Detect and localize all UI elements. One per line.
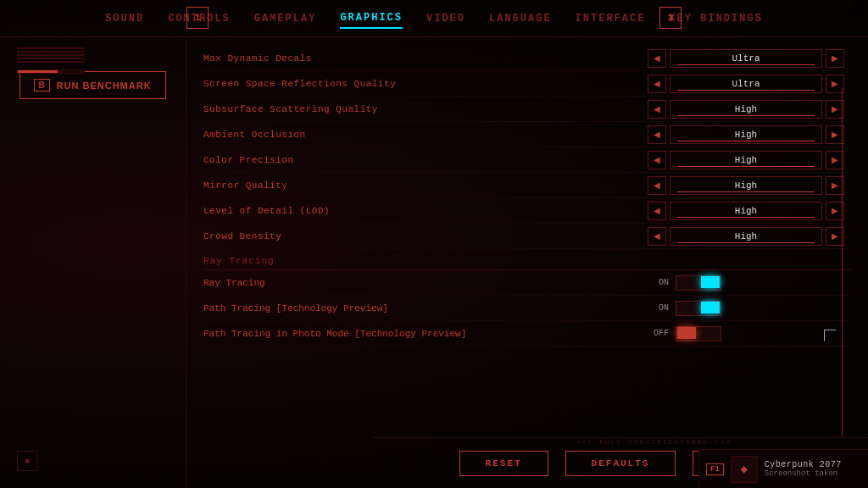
settings-area: Max Dynamic Decals ◀ Ultra ▶ Screen Spac… <box>186 37 868 355</box>
nav-item-gameplay[interactable]: GAMEPLAY <box>254 9 317 28</box>
rt-toggle-thumb-path-tracing <box>701 302 720 313</box>
rt-row-ray-tracing: Ray Tracing ON <box>203 270 851 296</box>
setting-value-color-precision: High <box>670 151 822 169</box>
sidebar-progress <box>17 69 85 74</box>
benchmark-key: B <box>34 79 49 92</box>
notif-icon: ◆ <box>731 456 758 483</box>
setting-label-screen-space-reflections: Screen Space Reflections Quality <box>203 79 648 89</box>
setting-value-screen-space-reflections: Ultra <box>670 75 822 93</box>
setting-control-max-dynamic-decals: ◀ Ultra ▶ <box>648 49 851 68</box>
nav-item-graphics[interactable]: GRAPHICS <box>340 8 403 29</box>
rt-control-path-tracing-photo: OFF <box>648 326 851 341</box>
setting-value-mirror-quality: High <box>670 176 822 195</box>
nav-item-language[interactable]: LANGUAGE <box>489 9 552 28</box>
arrow-left-subsurface-scattering[interactable]: ◀ <box>648 100 666 119</box>
side-icon-bottom: ■ <box>17 451 37 471</box>
nav-item-video[interactable]: VIDEO <box>426 9 465 28</box>
setting-row-ambient-occlusion: Ambient Occlusion ◀ High ▶ <box>203 122 851 147</box>
arrow-right-max-dynamic-decals[interactable]: ▶ <box>826 49 844 68</box>
setting-row-mirror-quality: Mirror Quality ◀ High ▶ <box>203 173 851 198</box>
nav-corner-right: 3 <box>659 7 682 29</box>
rt-toggle-path-tracing[interactable] <box>676 301 721 316</box>
arrow-left-crowd-density[interactable]: ◀ <box>648 227 666 246</box>
setting-label-color-precision: Color Precision <box>203 155 648 165</box>
setting-value-crowd-density: High <box>670 227 822 246</box>
setting-label-crowd-density: Crowd Density <box>203 231 648 241</box>
rt-toggle-thumb-ray-tracing <box>701 276 720 288</box>
rt-control-path-tracing: ON <box>648 301 851 316</box>
notification: F1 ◆ Cyberpunk 2077 Screenshot taken <box>698 449 868 488</box>
arrow-left-ambient-occlusion[interactable]: ◀ <box>648 125 666 144</box>
sidebar-progress-fill <box>18 70 58 73</box>
setting-control-subsurface-scattering: ◀ High ▶ <box>648 100 851 119</box>
setting-row-subsurface-scattering: Subsurface Scattering Quality ◀ High ▶ <box>203 97 851 122</box>
rt-toggle-path-tracing-photo[interactable] <box>676 326 721 341</box>
notif-key: F1 <box>706 463 724 475</box>
ray-tracing-section-header: Ray Tracing <box>203 249 851 270</box>
accent-line <box>842 88 843 437</box>
setting-label-lod: Level of Detail (LOD) <box>203 206 648 216</box>
arrow-left-color-precision[interactable]: ◀ <box>648 151 666 169</box>
notif-text: Cyberpunk 2077 Screenshot taken <box>765 460 842 478</box>
setting-control-screen-space-reflections: ◀ Ultra ▶ <box>648 75 851 93</box>
rt-status-ray-tracing: ON <box>648 278 669 287</box>
benchmark-label: RUN BENCHMARK <box>57 80 152 91</box>
notif-subtitle: Screenshot taken <box>765 469 842 478</box>
setting-label-mirror-quality: Mirror Quality <box>203 180 648 191</box>
setting-row-lod: Level of Detail (LOD) ◀ High ▶ <box>203 198 851 224</box>
setting-label-ambient-occlusion: Ambient Occlusion <box>203 130 648 140</box>
rt-label-path-tracing: Path Tracing [Technology Preview] <box>203 303 648 313</box>
setting-row-max-dynamic-decals: Max Dynamic Decals ◀ Ultra ▶ <box>203 46 851 71</box>
arrow-left-mirror-quality[interactable]: ◀ <box>648 176 666 195</box>
rt-label-ray-tracing: Ray Tracing <box>203 278 648 288</box>
setting-row-color-precision: Color Precision ◀ High ▶ <box>203 147 851 173</box>
sidebar-logo <box>17 46 85 63</box>
nav-bar: 1 SOUND CONTROLS GAMEPLAY GRAPHICS VIDEO… <box>0 0 868 37</box>
nav-item-sound[interactable]: SOUND <box>105 9 144 28</box>
nav-item-interface[interactable]: INTERFACE <box>576 9 646 28</box>
arrow-left-max-dynamic-decals[interactable]: ◀ <box>648 49 666 68</box>
rt-toggle-thumb-path-tracing-photo <box>677 327 696 339</box>
setting-row-screen-space-reflections: Screen Space Reflections Quality ◀ Ultra… <box>203 71 851 97</box>
rt-status-path-tracing: ON <box>648 303 669 313</box>
setting-row-crowd-density: Crowd Density ◀ High ▶ <box>203 224 851 249</box>
notif-title: Cyberpunk 2077 <box>765 460 842 469</box>
setting-value-ambient-occlusion: High <box>670 125 822 144</box>
rt-label-path-tracing-photo: Path Tracing in Photo Mode [Technology P… <box>203 329 648 339</box>
setting-control-crowd-density: ◀ High ▶ <box>648 227 851 246</box>
rt-row-path-tracing: Path Tracing [Technology Preview] ON <box>203 296 851 321</box>
setting-control-ambient-occlusion: ◀ High ▶ <box>648 125 851 144</box>
rt-control-ray-tracing: ON <box>648 275 851 291</box>
setting-control-color-precision: ◀ High ▶ <box>648 151 851 169</box>
rt-toggle-ray-tracing[interactable] <box>676 275 721 291</box>
setting-label-max-dynamic-decals: Max Dynamic Decals <box>203 53 648 64</box>
rt-row-path-tracing-photo: Path Tracing in Photo Mode [Technology P… <box>203 321 851 347</box>
setting-control-lod: ◀ High ▶ <box>648 202 851 220</box>
run-benchmark-button[interactable]: B RUN BENCHMARK <box>19 71 165 99</box>
setting-label-subsurface-scattering: Subsurface Scattering Quality <box>203 104 648 114</box>
nav-item-keybindings[interactable]: KEY BINDINGS <box>669 9 762 28</box>
sidebar: B RUN BENCHMARK <box>0 37 186 488</box>
rt-status-path-tracing-photo: OFF <box>648 329 669 338</box>
setting-value-lod: High <box>670 202 822 220</box>
main-content: Max Dynamic Decals ◀ Ultra ▶ Screen Spac… <box>186 37 868 488</box>
arrow-left-lod[interactable]: ◀ <box>648 202 666 220</box>
setting-value-max-dynamic-decals: Ultra <box>670 49 822 68</box>
defaults-button[interactable]: DEFAULTS <box>565 451 676 476</box>
nav-corner-left: 1 <box>186 7 209 29</box>
setting-value-subsurface-scattering: High <box>670 100 822 119</box>
reset-button[interactable]: RESET <box>459 451 548 476</box>
setting-control-mirror-quality: ◀ High ▶ <box>648 176 851 195</box>
arrow-left-screen-space-reflections[interactable]: ◀ <box>648 75 666 93</box>
